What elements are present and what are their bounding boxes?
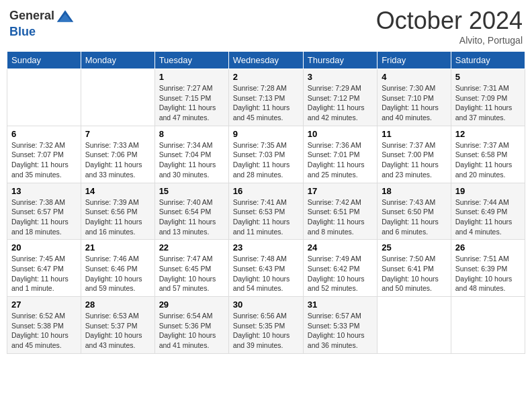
day-number: 25 bbox=[382, 242, 447, 253]
day-info: Sunrise: 6:52 AM Sunset: 5:38 PM Dayligh… bbox=[11, 311, 77, 351]
day-info: Sunrise: 7:46 AM Sunset: 6:46 PM Dayligh… bbox=[85, 254, 150, 293]
header-friday: Friday bbox=[378, 52, 451, 69]
day-number: 8 bbox=[159, 129, 224, 139]
day-info: Sunrise: 7:31 AM Sunset: 7:09 PM Dayligh… bbox=[455, 83, 521, 123]
calendar-cell: 5Sunrise: 7:31 AM Sunset: 7:09 PM Daylig… bbox=[451, 69, 525, 126]
day-info: Sunrise: 7:39 AM Sunset: 6:56 PM Dayligh… bbox=[85, 197, 150, 237]
day-number: 26 bbox=[455, 242, 521, 253]
day-number: 16 bbox=[233, 186, 299, 196]
logo-blue: Blue bbox=[9, 26, 75, 39]
calendar-cell: 21Sunrise: 7:46 AM Sunset: 6:46 PM Dayli… bbox=[81, 240, 154, 297]
calendar-cell: 24Sunrise: 7:49 AM Sunset: 6:42 PM Dayli… bbox=[303, 240, 377, 297]
day-info: Sunrise: 6:53 AM Sunset: 5:37 PM Dayligh… bbox=[85, 311, 150, 351]
calendar-cell: 2Sunrise: 7:28 AM Sunset: 7:13 PM Daylig… bbox=[228, 69, 303, 126]
day-info: Sunrise: 7:29 AM Sunset: 7:12 PM Dayligh… bbox=[308, 83, 373, 123]
logo-general: General bbox=[9, 9, 54, 23]
day-info: Sunrise: 7:34 AM Sunset: 7:04 PM Dayligh… bbox=[159, 140, 224, 180]
logo[interactable]: General Blue bbox=[9, 7, 75, 39]
calendar-cell: 28Sunrise: 6:53 AM Sunset: 5:37 PM Dayli… bbox=[81, 297, 154, 354]
day-number: 11 bbox=[382, 129, 447, 139]
day-number: 14 bbox=[85, 186, 150, 196]
day-number: 5 bbox=[455, 72, 521, 82]
calendar-cell: 13Sunrise: 7:38 AM Sunset: 6:57 PM Dayli… bbox=[7, 183, 81, 240]
day-number: 22 bbox=[159, 242, 224, 253]
calendar-cell: 27Sunrise: 6:52 AM Sunset: 5:38 PM Dayli… bbox=[7, 297, 81, 354]
day-number: 13 bbox=[11, 186, 77, 196]
header-thursday: Thursday bbox=[303, 52, 377, 69]
calendar-cell: 8Sunrise: 7:34 AM Sunset: 7:04 PM Daylig… bbox=[154, 126, 228, 183]
calendar-cell: 22Sunrise: 7:47 AM Sunset: 6:45 PM Dayli… bbox=[154, 240, 228, 297]
day-info: Sunrise: 7:49 AM Sunset: 6:42 PM Dayligh… bbox=[308, 254, 373, 293]
calendar-cell: 3Sunrise: 7:29 AM Sunset: 7:12 PM Daylig… bbox=[303, 69, 377, 126]
day-info: Sunrise: 7:45 AM Sunset: 6:47 PM Dayligh… bbox=[11, 254, 77, 293]
day-number: 21 bbox=[85, 242, 150, 253]
calendar-cell: 4Sunrise: 7:30 AM Sunset: 7:10 PM Daylig… bbox=[378, 69, 451, 126]
day-info: Sunrise: 7:51 AM Sunset: 6:39 PM Dayligh… bbox=[455, 254, 521, 293]
header-wednesday: Wednesday bbox=[228, 52, 303, 69]
day-number: 18 bbox=[382, 186, 447, 196]
location: Alvito, Portugal bbox=[376, 35, 523, 46]
day-info: Sunrise: 7:28 AM Sunset: 7:13 PM Dayligh… bbox=[233, 83, 299, 123]
calendar-week-row: 6Sunrise: 7:32 AM Sunset: 7:07 PM Daylig… bbox=[7, 126, 525, 183]
calendar-cell: 18Sunrise: 7:43 AM Sunset: 6:50 PM Dayli… bbox=[378, 183, 451, 240]
day-number: 12 bbox=[455, 129, 521, 139]
day-info: Sunrise: 7:36 AM Sunset: 7:01 PM Dayligh… bbox=[308, 140, 373, 180]
page-header: General Blue October 2024 Alvito, Portug… bbox=[7, 7, 525, 46]
calendar-cell bbox=[81, 69, 154, 126]
day-number: 28 bbox=[85, 300, 150, 310]
day-number: 1 bbox=[159, 72, 224, 82]
day-info: Sunrise: 6:54 AM Sunset: 5:36 PM Dayligh… bbox=[159, 311, 224, 351]
day-number: 7 bbox=[85, 129, 150, 139]
calendar-cell: 15Sunrise: 7:40 AM Sunset: 6:54 PM Dayli… bbox=[154, 183, 228, 240]
calendar-cell: 12Sunrise: 7:37 AM Sunset: 6:58 PM Dayli… bbox=[451, 126, 525, 183]
day-info: Sunrise: 7:40 AM Sunset: 6:54 PM Dayligh… bbox=[159, 197, 224, 237]
day-info: Sunrise: 7:38 AM Sunset: 6:57 PM Dayligh… bbox=[11, 197, 77, 237]
calendar-week-row: 13Sunrise: 7:38 AM Sunset: 6:57 PM Dayli… bbox=[7, 183, 525, 240]
calendar-cell: 26Sunrise: 7:51 AM Sunset: 6:39 PM Dayli… bbox=[451, 240, 525, 297]
day-number: 17 bbox=[308, 186, 373, 196]
day-info: Sunrise: 7:37 AM Sunset: 7:00 PM Dayligh… bbox=[382, 140, 447, 180]
day-number: 29 bbox=[159, 300, 224, 310]
calendar-cell: 10Sunrise: 7:36 AM Sunset: 7:01 PM Dayli… bbox=[303, 126, 377, 183]
calendar-cell: 23Sunrise: 7:48 AM Sunset: 6:43 PM Dayli… bbox=[228, 240, 303, 297]
day-number: 9 bbox=[233, 129, 299, 139]
calendar-cell bbox=[451, 297, 525, 354]
day-info: Sunrise: 7:41 AM Sunset: 6:53 PM Dayligh… bbox=[233, 197, 299, 237]
header-sunday: Sunday bbox=[7, 52, 81, 69]
calendar-cell: 17Sunrise: 7:42 AM Sunset: 6:51 PM Dayli… bbox=[303, 183, 377, 240]
day-info: Sunrise: 7:27 AM Sunset: 7:15 PM Dayligh… bbox=[159, 83, 224, 123]
header-saturday: Saturday bbox=[451, 52, 525, 69]
day-number: 2 bbox=[233, 72, 299, 82]
calendar-cell bbox=[378, 297, 451, 354]
day-number: 23 bbox=[233, 242, 299, 253]
day-number: 15 bbox=[159, 186, 224, 196]
day-info: Sunrise: 7:37 AM Sunset: 6:58 PM Dayligh… bbox=[455, 140, 521, 180]
calendar-cell bbox=[7, 69, 81, 126]
day-info: Sunrise: 7:35 AM Sunset: 7:03 PM Dayligh… bbox=[233, 140, 299, 180]
calendar-cell: 25Sunrise: 7:50 AM Sunset: 6:41 PM Dayli… bbox=[378, 240, 451, 297]
calendar-week-row: 27Sunrise: 6:52 AM Sunset: 5:38 PM Dayli… bbox=[7, 297, 525, 354]
calendar-cell: 14Sunrise: 7:39 AM Sunset: 6:56 PM Dayli… bbox=[81, 183, 154, 240]
calendar-cell: 19Sunrise: 7:44 AM Sunset: 6:49 PM Dayli… bbox=[451, 183, 525, 240]
calendar-week-row: 1Sunrise: 7:27 AM Sunset: 7:15 PM Daylig… bbox=[7, 69, 525, 126]
calendar-table: Sunday Monday Tuesday Wednesday Thursday… bbox=[7, 51, 525, 354]
day-number: 31 bbox=[308, 300, 373, 310]
header-tuesday: Tuesday bbox=[154, 52, 228, 69]
calendar-cell: 6Sunrise: 7:32 AM Sunset: 7:07 PM Daylig… bbox=[7, 126, 81, 183]
day-info: Sunrise: 7:30 AM Sunset: 7:10 PM Dayligh… bbox=[382, 83, 447, 123]
month-title: October 2024 bbox=[376, 7, 523, 35]
day-number: 4 bbox=[382, 72, 447, 82]
day-info: Sunrise: 7:32 AM Sunset: 7:07 PM Dayligh… bbox=[11, 140, 77, 180]
calendar-cell: 9Sunrise: 7:35 AM Sunset: 7:03 PM Daylig… bbox=[228, 126, 303, 183]
title-block: October 2024 Alvito, Portugal bbox=[376, 7, 523, 46]
day-info: Sunrise: 6:56 AM Sunset: 5:35 PM Dayligh… bbox=[233, 311, 299, 351]
calendar-cell: 16Sunrise: 7:41 AM Sunset: 6:53 PM Dayli… bbox=[228, 183, 303, 240]
day-info: Sunrise: 7:44 AM Sunset: 6:49 PM Dayligh… bbox=[455, 197, 521, 237]
day-number: 6 bbox=[11, 129, 77, 139]
logo-text: General Blue bbox=[9, 7, 75, 39]
calendar-header-row: Sunday Monday Tuesday Wednesday Thursday… bbox=[7, 52, 525, 69]
header-monday: Monday bbox=[81, 52, 154, 69]
calendar-week-row: 20Sunrise: 7:45 AM Sunset: 6:47 PM Dayli… bbox=[7, 240, 525, 297]
day-info: Sunrise: 7:42 AM Sunset: 6:51 PM Dayligh… bbox=[308, 197, 373, 237]
day-number: 3 bbox=[308, 72, 373, 82]
